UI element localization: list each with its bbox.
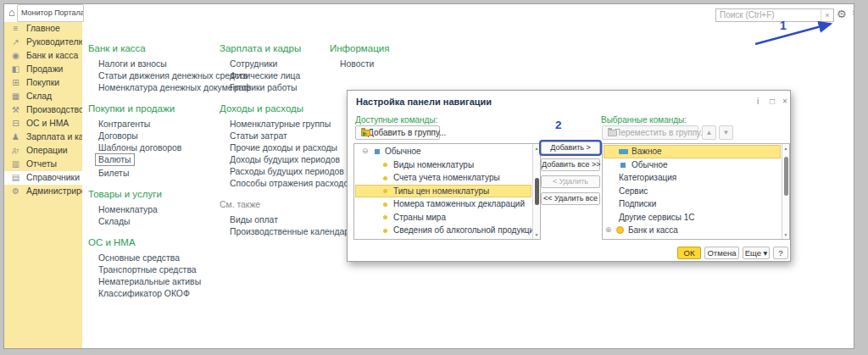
tree-row-selected[interactable]: Типы цен номенклатуры xyxy=(355,185,531,198)
folder-move-icon xyxy=(608,130,617,136)
add-to-group-button[interactable]: Добавить в группу... xyxy=(355,125,440,140)
panel-link[interactable]: Прочие доходы и расходы xyxy=(220,143,354,153)
cancel-button[interactable]: Отмена xyxy=(704,247,739,259)
dialog-close-icon[interactable]: × xyxy=(782,97,787,106)
tree-row-label: Счета учета номенклатуры xyxy=(393,171,500,185)
panel-link[interactable]: Производственные календари xyxy=(220,227,354,236)
expand-icon[interactable]: ⊕ xyxy=(605,224,612,237)
annotation-step-2: 2 xyxy=(555,119,562,131)
move-up-button[interactable]: ▲ xyxy=(702,125,716,140)
sidebar-item-otchety[interactable]: ▥Отчеты xyxy=(4,158,82,171)
panel-link[interactable]: Новости xyxy=(330,59,389,69)
sidebar-item-glavnoe[interactable]: ≡Главное xyxy=(4,22,82,36)
sidebar-item-zarplata[interactable]: ♟Зарплата и кадры xyxy=(4,130,82,144)
tab-monitor-portal[interactable]: Монитор Портала 1... xyxy=(17,4,84,22)
scroll-down-icon[interactable]: ▼ xyxy=(533,232,540,237)
list-row-label: Обычное xyxy=(632,158,668,172)
remove-all-button[interactable]: << Удалить все xyxy=(541,192,600,205)
sidebar-item-rukovoditelyu[interactable]: ↗Руководителю xyxy=(4,36,82,49)
add-all-button[interactable]: Добавить все >> xyxy=(541,158,600,171)
panel-link[interactable]: Способы отражения расходов xyxy=(220,179,354,188)
move-to-group-button[interactable]: Переместить в группу... xyxy=(602,125,698,140)
tree-row-label: ОС и НМА xyxy=(386,237,426,241)
panel-link[interactable]: Транспортные средства xyxy=(88,265,251,275)
sidebar-item-sklad[interactable]: ▦Склад xyxy=(4,90,82,103)
bullet-icon xyxy=(383,229,387,233)
bullet-icon xyxy=(383,163,387,167)
bullet-icon xyxy=(383,176,387,180)
home-icon[interactable]: ⌂ xyxy=(8,6,15,19)
scrollbar-vertical[interactable]: ▲ ▼ xyxy=(782,144,789,239)
collapse-icon[interactable]: ⊖ xyxy=(362,145,369,158)
panel-link[interactable]: Графики работы xyxy=(220,83,354,92)
section-title[interactable]: Информация xyxy=(330,43,389,54)
maximize-icon[interactable]: □ xyxy=(770,97,775,106)
scroll-down-icon[interactable]: ▼ xyxy=(782,232,789,237)
app-window: ⌂ Монитор Портала 1... Поиск (Ctrl+F) × … xyxy=(3,3,854,349)
sidebar-item-operacii[interactable]: ДтОперации xyxy=(4,144,82,158)
folder-circle-icon xyxy=(616,226,624,234)
cart-icon: ⊞ xyxy=(8,76,23,90)
sidebar-item-administrirovanie[interactable]: ⚙Администрирование xyxy=(4,185,82,198)
list-row[interactable]: Категоризация xyxy=(604,171,781,185)
bullet-icon xyxy=(383,202,387,207)
tree-row[interactable]: Номера таможенных деклараций xyxy=(355,197,531,211)
expand-icon[interactable]: ⊕ xyxy=(605,237,612,241)
panel-link[interactable]: Расходы будущих периодов xyxy=(220,167,354,176)
operations-icon: Дт xyxy=(8,144,23,158)
tree-row[interactable]: Сведения об алкогольной продукции xyxy=(355,224,531,237)
tree-row-label: Обычное xyxy=(385,145,421,158)
important-icon xyxy=(619,149,628,154)
sidebar-item-os-nma[interactable]: ⊟ОС и НМА xyxy=(4,117,82,130)
scroll-up-icon[interactable]: ▲ xyxy=(782,146,789,151)
sidebar-item-bank[interactable]: ◉Банк и касса xyxy=(4,49,82,63)
panel-link[interactable]: Классификатор ОКОФ xyxy=(88,289,251,298)
info-icon[interactable]: i xyxy=(757,97,759,106)
panel-link[interactable]: Нематериальные активы xyxy=(88,277,251,286)
list-row[interactable]: Другие сервисы 1С xyxy=(604,211,781,225)
tree-row[interactable]: Страны мира xyxy=(355,211,531,225)
scrollbar-thumb[interactable] xyxy=(535,178,539,205)
tree-row-partial[interactable]: ⊕ ОС и НМА xyxy=(355,237,531,241)
list-row-label: Другие сервисы 1С xyxy=(619,211,695,225)
add-button[interactable]: Добавить > xyxy=(541,141,600,154)
sidebar-item-spravochniki[interactable]: ▤Справочники xyxy=(4,171,82,185)
admin-gear-icon: ⚙ xyxy=(8,185,23,198)
ok-button[interactable]: ОК xyxy=(677,247,701,259)
move-down-button[interactable]: ▼ xyxy=(719,125,733,140)
scrollbar-thumb[interactable] xyxy=(784,157,788,196)
list-row-selected[interactable]: Важное xyxy=(604,145,781,158)
available-commands-label: Доступные команды: xyxy=(355,115,437,125)
panel-link[interactable]: Номенклатурные группы xyxy=(220,119,354,129)
sidebar-item-proizvodstvo[interactable]: ⚒Производство xyxy=(4,103,82,117)
list-row-label: Банк и касса xyxy=(628,224,678,237)
section-title[interactable]: Доходы и расходы xyxy=(220,103,354,114)
arrow-up-icon: ▲ xyxy=(706,129,713,136)
panel-link[interactable]: Доходы будущих периодов xyxy=(220,155,354,164)
scroll-up-icon[interactable]: ▲ xyxy=(533,146,540,151)
list-row[interactable]: Подписки xyxy=(604,197,781,211)
tree-row[interactable]: Счета учета номенклатуры xyxy=(355,171,531,185)
panel-link[interactable]: Основные средства xyxy=(88,253,251,263)
list-row[interactable]: Обычное xyxy=(604,158,781,172)
main-icon: ≡ xyxy=(8,22,23,36)
expand-icon[interactable]: ⊕ xyxy=(362,237,369,241)
scrollbar-vertical[interactable]: ▲ ▼ xyxy=(532,144,540,239)
list-row-label: Категоризация xyxy=(619,171,676,185)
available-commands-list: ⊖ Обычное Виды номенклатуры Счета учета … xyxy=(353,143,541,240)
sidebar-item-pokupki[interactable]: ⊞Покупки xyxy=(4,76,82,90)
list-row-group[interactable]: ⊕ Банк и касса xyxy=(604,224,781,237)
tree-row-group[interactable]: ⊖ Обычное xyxy=(355,145,531,158)
list-row[interactable]: Сервис xyxy=(604,185,781,198)
more-button[interactable]: Еще ▾ xyxy=(743,247,770,259)
remove-button[interactable]: < Удалить xyxy=(541,175,600,188)
close-icon[interactable]: × xyxy=(852,8,854,18)
panel-link[interactable]: Статьи затрат xyxy=(220,131,354,141)
help-button[interactable]: ? xyxy=(773,247,788,259)
sidebar-item-prodazhi[interactable]: ◧Продажи xyxy=(4,63,82,76)
panel-link[interactable]: Физические лица xyxy=(220,71,354,80)
tree-row[interactable]: Виды номенклатуры xyxy=(355,158,531,172)
panel-link[interactable]: Виды оплат xyxy=(220,215,354,225)
panel-column-3: Информация Новости xyxy=(330,43,389,71)
list-row-partial[interactable]: ⊕ xyxy=(604,237,781,241)
